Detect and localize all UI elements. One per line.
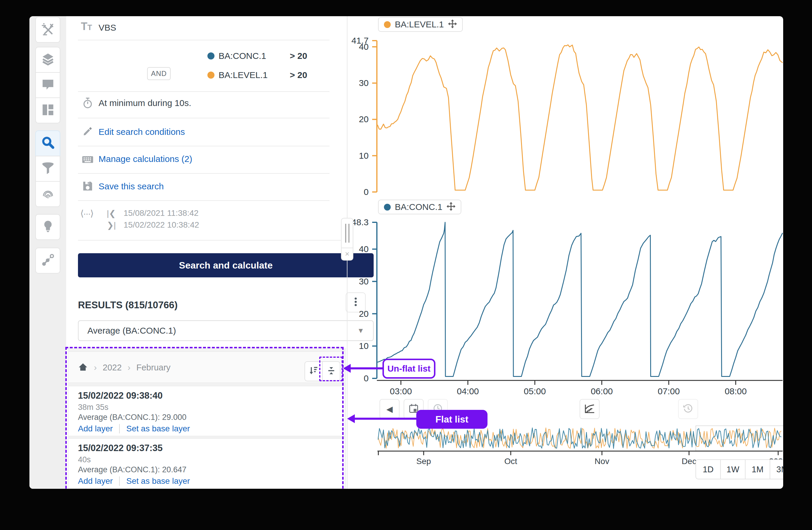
keyboard-icon bbox=[81, 153, 95, 167]
result-metric: Average (BA:CONC.1): 29.000 bbox=[78, 413, 187, 422]
fingerprint-icon bbox=[41, 187, 55, 201]
zoom-preset-group: 1D1W1M3M6M1YALL bbox=[696, 459, 783, 479]
formulas-button[interactable] bbox=[35, 17, 60, 43]
panel-resize-handle[interactable]: × bbox=[341, 218, 353, 261]
zoom-preset-1m[interactable]: 1M bbox=[745, 459, 770, 479]
condition-comparator: > 20 bbox=[290, 51, 307, 61]
home-icon[interactable] bbox=[78, 362, 88, 373]
layers-button[interactable] bbox=[35, 47, 60, 73]
search-icon bbox=[41, 136, 55, 151]
pan-left-button[interactable]: ◀ bbox=[379, 399, 400, 419]
breadcrumb-chevron-icon: › bbox=[122, 362, 136, 373]
sort-descending-icon bbox=[309, 366, 319, 377]
chart-zone: BA:LEVEL.1 BA:CONC.1 ◀ 8 hours bbox=[347, 16, 783, 489]
comments-button[interactable] bbox=[35, 72, 60, 98]
condition-comparator: > 20 bbox=[290, 70, 307, 80]
history-button[interactable] bbox=[678, 399, 698, 419]
chart-style-button[interactable] bbox=[580, 399, 599, 419]
time-range-icon: ⟨···⟩ bbox=[80, 208, 93, 219]
move-icon bbox=[447, 202, 455, 212]
save-icon bbox=[81, 181, 95, 193]
results-list: › 2022 › February 15/02/2022 09:38:40 38… bbox=[68, 348, 346, 489]
breadcrumb-chevron-icon: › bbox=[88, 362, 103, 373]
add-layer-link[interactable]: Add layer bbox=[78, 424, 113, 433]
condition-row[interactable]: BA:LEVEL.1 bbox=[207, 70, 268, 80]
set-base-layer-link[interactable]: Set as base layer bbox=[126, 424, 190, 433]
result-duration: 40s bbox=[78, 455, 91, 464]
screenshot-canvas: TT VBS BA:CONC.1 > 20 AND BA:LEVEL.1 > 2… bbox=[0, 0, 812, 530]
dashboard-button[interactable] bbox=[35, 97, 60, 123]
duration-condition: At minimum during 10s. bbox=[99, 98, 191, 108]
result-timestamp: 15/02/2022 09:38:40 bbox=[78, 390, 163, 401]
flat-list-annotation: Flat list bbox=[416, 410, 488, 429]
results-title: RESULTS (815/10766) bbox=[78, 299, 178, 311]
search-tab-button[interactable] bbox=[35, 130, 60, 156]
range-start-value: 15/08/2021 11:38:42 bbox=[124, 208, 199, 218]
dashboard-icon bbox=[41, 103, 55, 118]
breadcrumb-month[interactable]: February bbox=[136, 363, 171, 373]
series-legend-conc[interactable]: BA:CONC.1 bbox=[378, 200, 461, 214]
condition-row[interactable]: BA:CONC.1 bbox=[207, 51, 266, 61]
metric-dropdown-value: Average (BA:CONC.1) bbox=[87, 326, 176, 336]
series-name: BA:CONC.1 bbox=[395, 202, 443, 212]
pencil-icon bbox=[81, 126, 95, 138]
results-breadcrumb-bar: › 2022 › February bbox=[69, 351, 345, 383]
flatten-list-toggle-button[interactable] bbox=[322, 361, 340, 381]
result-item[interactable]: 15/02/2022 09:38:40 38m 35s Average (BA:… bbox=[69, 386, 345, 436]
chevron-left-icon: ◀ bbox=[386, 404, 393, 414]
zoom-preset-1w[interactable]: 1W bbox=[720, 459, 745, 479]
condition-tag: BA:CONC.1 bbox=[219, 51, 266, 61]
result-timestamp: 15/02/2022 09:37:35 bbox=[78, 443, 163, 454]
range-start-icon: |❮ bbox=[107, 208, 116, 218]
tag-color-dot bbox=[207, 72, 215, 79]
save-this-search-link[interactable]: Save this search bbox=[99, 181, 164, 191]
sort-results-button[interactable] bbox=[304, 361, 323, 381]
icon-rail bbox=[29, 16, 66, 489]
collapse-panel-button[interactable]: × bbox=[342, 248, 353, 260]
stopwatch-icon bbox=[81, 97, 95, 110]
result-metric: Average (BA:CONC.1): 20.647 bbox=[78, 465, 187, 474]
series-legend-level[interactable]: BA:LEVEL.1 bbox=[378, 17, 463, 32]
trend-style-icon bbox=[584, 403, 595, 415]
breadcrumb-year[interactable]: 2022 bbox=[103, 363, 122, 373]
calculator-icon bbox=[41, 23, 55, 37]
zoom-preset-1d[interactable]: 1D bbox=[696, 459, 721, 479]
result-duration: 38m 35s bbox=[78, 403, 108, 412]
drag-handle-icon bbox=[342, 224, 353, 244]
history-icon bbox=[683, 403, 693, 415]
search-panel: TT VBS BA:CONC.1 > 20 AND BA:LEVEL.1 > 2… bbox=[66, 16, 347, 489]
lightbulb-icon bbox=[41, 220, 55, 234]
filter-icon bbox=[41, 161, 55, 176]
result-item[interactable]: 15/02/2022 09:37:35 40s Average (BA:CONC… bbox=[69, 438, 345, 489]
overview-strip[interactable] bbox=[696, 426, 783, 451]
link-divider bbox=[119, 424, 120, 433]
move-icon bbox=[448, 19, 457, 29]
filter-button[interactable] bbox=[35, 156, 60, 182]
range-end-value: 15/02/2022 10:38:42 bbox=[124, 220, 199, 230]
tag-color-dot bbox=[207, 52, 215, 59]
condition-tag: BA:LEVEL.1 bbox=[219, 70, 268, 80]
range-end-icon: ❯| bbox=[107, 220, 116, 230]
series-color-dot bbox=[384, 204, 391, 210]
add-layer-link[interactable]: Add layer bbox=[78, 476, 113, 486]
edit-search-conditions-link[interactable]: Edit search conditions bbox=[99, 127, 185, 137]
layers-icon bbox=[41, 52, 55, 67]
impact-analysis-button[interactable] bbox=[35, 248, 60, 274]
link-divider bbox=[119, 476, 120, 486]
metric-dropdown[interactable]: Average (BA:CONC.1) ▼ bbox=[78, 320, 374, 341]
app-window: TT VBS BA:CONC.1 > 20 AND BA:LEVEL.1 > 2… bbox=[29, 16, 783, 489]
fingerprint-button[interactable] bbox=[35, 181, 60, 207]
text-search-type-icon: TT bbox=[81, 20, 92, 33]
unflat-list-annotation: Un-flat list bbox=[382, 359, 435, 379]
search-and-calculate-button[interactable]: Search and calculate bbox=[78, 253, 374, 277]
zoom-preset-3m[interactable]: 3M bbox=[770, 459, 783, 479]
impact-icon bbox=[41, 253, 55, 268]
recommendations-button[interactable] bbox=[35, 214, 60, 240]
series-name: BA:LEVEL.1 bbox=[395, 19, 444, 29]
series-color-dot bbox=[384, 21, 391, 28]
set-base-layer-link[interactable]: Set as base layer bbox=[126, 476, 190, 486]
search-name: VBS bbox=[99, 23, 116, 33]
and-operator-chip: AND bbox=[147, 67, 171, 80]
comment-icon bbox=[41, 78, 55, 93]
manage-calculations-link[interactable]: Manage calculations (2) bbox=[99, 154, 192, 164]
